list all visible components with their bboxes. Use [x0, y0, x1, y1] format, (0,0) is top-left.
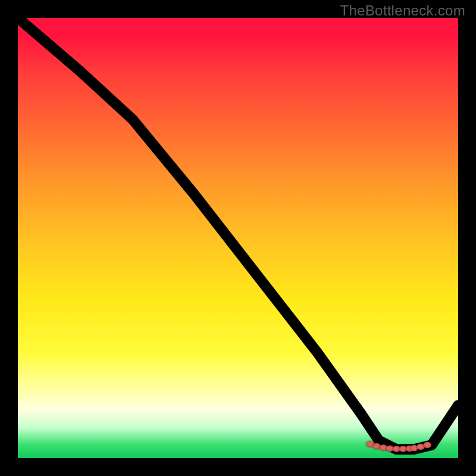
highlight-dots-group [366, 441, 431, 452]
watermark-text: TheBottleneck.com [340, 2, 465, 19]
chart-svg [18, 18, 458, 458]
highlight-dot [424, 442, 431, 448]
line-series-curve [18, 18, 458, 449]
chart-plot-area [18, 18, 458, 458]
